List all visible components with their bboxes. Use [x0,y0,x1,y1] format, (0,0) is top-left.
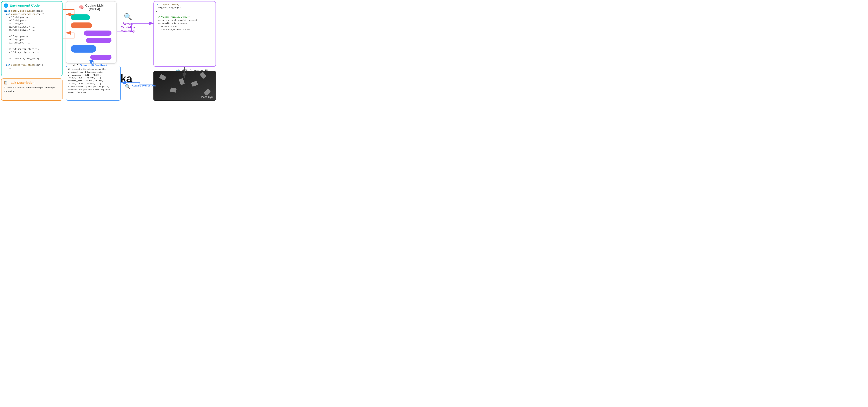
isaac-gym-panel: Isaac Gym [153,71,216,101]
chat-bubbles [69,13,114,61]
robot-hand [159,74,166,81]
reward-reflection-text: Reward Reflection [132,84,156,88]
task-desc-panel: 📋 Task Description To make the shadow ha… [1,79,63,101]
env-code-block: class ShadowHandPenSpin(VecTask): def co… [4,9,60,70]
llm-title: Coding LLM(GPT 4) [85,4,104,11]
robot-hand [170,88,177,93]
env-code-title: Environment Code [9,4,40,7]
brain-icon: 🧠 [79,5,84,10]
robot-hand [191,81,198,87]
reward-candidate-label: 🔍 RewardCandidateSampling [121,13,135,33]
bubble-teal [71,14,90,20]
reward-code-block: def compute_reward( obj_rot, obj_angvel,… [156,3,213,37]
reward-code-panel: def compute_reward( obj_rot, obj_angvel,… [153,1,216,67]
llm-panel: 🧠 Coding LLM(GPT 4) [66,1,117,64]
bubble-purple-sm [90,55,112,60]
clipboard-icon: 📋 [4,81,8,85]
task-desc-body: To make the shadow hand spin the pen to … [4,86,60,93]
reward-reflection-label: 🔍 Reward Reflection [125,84,156,89]
robot-simulation: Isaac Gym [153,71,216,101]
bubble-purple-md [86,38,112,43]
main-container: 🌐 Environment Code class ShadowHandPenSp… [0,0,217,102]
llm-header: 🧠 Coding LLM(GPT 4) [69,4,114,11]
feedback-panel: We trained a RL policy using the provide… [66,66,121,101]
robot-hand [204,89,211,96]
robot-hand [179,78,185,85]
search-icon-purple: 🔍 [124,13,132,21]
env-code-header: 🌐 Environment Code [4,3,60,8]
task-desc-header: 📋 Task Description [4,81,60,85]
bubble-orange [71,23,92,28]
feedback-text-block: We trained a RL policy using the provide… [68,68,118,94]
bubble-blue [71,45,96,53]
isaac-gym-label: Isaac Gym [201,96,213,99]
bubble-purple-lg [84,31,112,36]
robot-hand [199,72,207,79]
reward-candidate-text: RewardCandidateSampling [121,22,135,33]
env-code-panel: 🌐 Environment Code class ShadowHandPenSp… [1,1,63,76]
task-desc-title: Task Description [9,81,35,84]
search-icon-blue: 🔍 [125,84,130,89]
globe-icon: 🌐 [4,3,8,8]
